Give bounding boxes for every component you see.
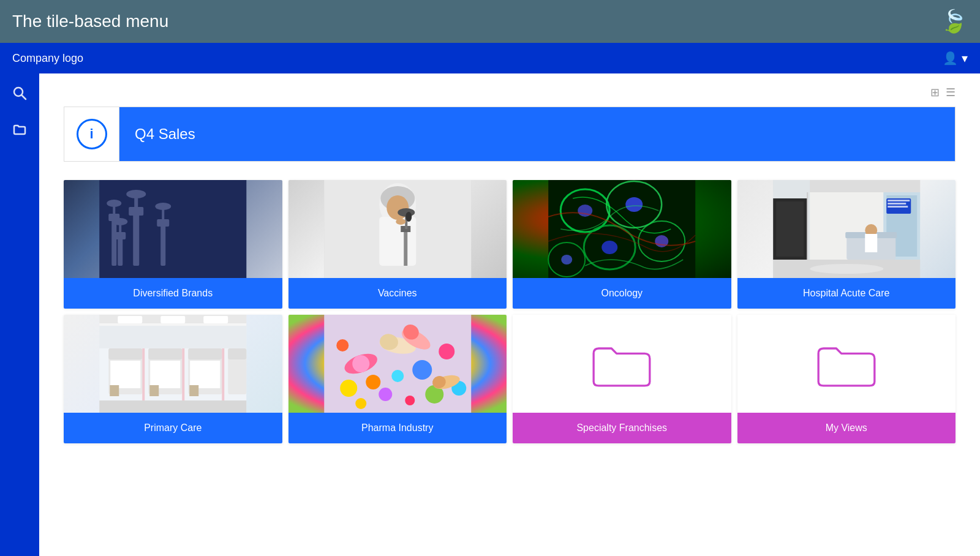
svg-rect-19 xyxy=(99,180,246,278)
svg-point-38 xyxy=(601,241,617,254)
list-view-icon[interactable]: ☰ xyxy=(946,86,956,99)
svg-rect-78 xyxy=(188,348,222,359)
tile-vaccines[interactable]: Vaccines xyxy=(288,180,507,309)
svg-point-105 xyxy=(355,398,366,409)
tile-folder-specialty-franchises xyxy=(513,315,731,413)
tile-hospital-acute-care[interactable]: Hospital Acute Care xyxy=(737,180,956,309)
tile-diversified-brands[interactable]: Diversified Brands xyxy=(64,180,282,309)
svg-rect-84 xyxy=(149,385,159,396)
app-logo-icon: 🍃 xyxy=(940,9,968,34)
svg-point-106 xyxy=(391,370,404,382)
tile-label-primary-care: Primary Care xyxy=(64,413,282,443)
tile-image-diversified-brands xyxy=(64,180,282,278)
tile-folder-my-views xyxy=(737,315,956,413)
svg-rect-67 xyxy=(99,323,246,326)
grid-view-icon[interactable]: ⊞ xyxy=(930,86,940,99)
svg-rect-86 xyxy=(99,326,246,348)
svg-rect-70 xyxy=(108,348,142,359)
svg-point-104 xyxy=(405,396,415,405)
svg-rect-71 xyxy=(110,361,140,388)
svg-rect-64 xyxy=(118,316,142,323)
svg-rect-68 xyxy=(99,400,246,413)
svg-rect-74 xyxy=(148,348,182,359)
svg-rect-57 xyxy=(888,203,906,205)
svg-rect-83 xyxy=(110,385,119,396)
svg-point-95 xyxy=(439,344,454,359)
tile-label-diversified-brands: Diversified Brands xyxy=(64,278,282,309)
svg-rect-66 xyxy=(203,316,228,323)
sidebar-search-icon[interactable] xyxy=(12,86,27,104)
tile-image-hospital xyxy=(737,180,956,278)
svg-point-99 xyxy=(379,388,392,401)
svg-point-30 xyxy=(405,212,412,222)
tile-image-pharma xyxy=(288,315,507,413)
q4-icon-box: i xyxy=(64,107,119,161)
svg-rect-54 xyxy=(807,192,808,260)
tile-label-specialty-franchises: Specialty Franchises xyxy=(513,413,731,443)
company-logo-text: Company logo xyxy=(12,52,83,65)
q4-label: Q4 Sales xyxy=(135,126,195,143)
tile-label-oncology: Oncology xyxy=(513,278,731,309)
svg-rect-82 xyxy=(228,348,246,359)
svg-line-1 xyxy=(22,96,26,100)
tile-label-hospital-acute-care: Hospital Acute Care xyxy=(737,278,956,309)
tile-pharma-industry[interactable]: Pharma Industry xyxy=(288,315,507,443)
view-toolbar: ⊞ ☰ xyxy=(64,86,956,99)
svg-rect-52 xyxy=(865,234,877,252)
svg-point-94 xyxy=(412,360,432,380)
user-menu[interactable]: 👤 ▾ xyxy=(943,51,968,66)
tile-label-vaccines: Vaccines xyxy=(288,278,507,309)
sidebar-folder-icon[interactable] xyxy=(12,122,27,141)
tile-label-my-views: My Views xyxy=(737,413,956,443)
svg-rect-65 xyxy=(160,316,185,323)
header-bar: Company logo 👤 ▾ xyxy=(0,43,980,73)
svg-point-100 xyxy=(336,339,349,351)
tile-label-pharma-industry: Pharma Industry xyxy=(288,413,507,443)
tile-image-primary-care xyxy=(64,315,282,413)
tile-grid: Diversified Brands xyxy=(64,180,956,443)
page-title: The tile-based menu xyxy=(12,12,168,31)
svg-point-31 xyxy=(396,219,405,225)
svg-rect-58 xyxy=(888,206,908,208)
info-icon: i xyxy=(77,119,107,149)
svg-point-61 xyxy=(810,264,883,274)
svg-rect-60 xyxy=(776,201,804,257)
svg-point-42 xyxy=(561,255,572,265)
svg-rect-85 xyxy=(189,385,198,396)
user-avatar-icon: 👤 xyxy=(943,51,958,66)
tile-primary-care[interactable]: Primary Care xyxy=(64,315,282,443)
sidebar xyxy=(0,73,39,556)
svg-rect-23 xyxy=(379,217,416,266)
q4-label-box: Q4 Sales xyxy=(119,107,955,161)
svg-rect-79 xyxy=(190,361,220,388)
svg-point-36 xyxy=(625,197,643,212)
svg-rect-26 xyxy=(404,229,407,266)
user-chevron-icon: ▾ xyxy=(962,51,968,66)
tile-image-oncology xyxy=(513,180,731,278)
tile-my-views[interactable]: My Views xyxy=(737,315,956,443)
svg-point-92 xyxy=(340,380,357,397)
main-layout: ⊞ ☰ i Q4 Sales xyxy=(0,73,980,556)
tile-image-vaccines xyxy=(288,180,507,278)
svg-rect-75 xyxy=(150,361,180,388)
tile-specialty-franchises[interactable]: Specialty Franchises xyxy=(513,315,731,443)
q4-sales-tile[interactable]: i Q4 Sales xyxy=(64,107,956,162)
content-area: ⊞ ☰ i Q4 Sales xyxy=(39,73,980,556)
svg-point-93 xyxy=(366,375,380,389)
tile-oncology[interactable]: Oncology xyxy=(513,180,731,309)
svg-rect-56 xyxy=(888,200,910,201)
title-bar: The tile-based menu 🍃 xyxy=(0,0,980,43)
